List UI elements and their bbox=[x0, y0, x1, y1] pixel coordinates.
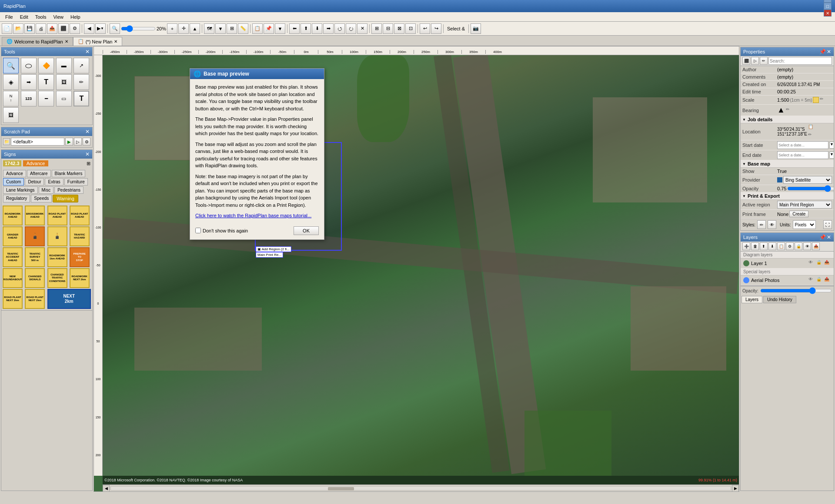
signs-tab-pedestrians[interactable]: Pedestrians bbox=[54, 186, 84, 194]
toolbar-up[interactable]: ▲ bbox=[190, 23, 200, 34]
toolbar-nav3[interactable]: ⬇ bbox=[312, 23, 322, 34]
tool-text[interactable]: T bbox=[38, 74, 54, 90]
layers-panel-close[interactable]: ✕ bbox=[827, 234, 831, 240]
layers-btn-show[interactable]: 👁 bbox=[803, 242, 811, 250]
aerial-lock-btn[interactable]: 🔒 bbox=[816, 277, 823, 284]
toolbar-stop[interactable]: ⬛ bbox=[58, 23, 69, 34]
tool-text2[interactable]: T bbox=[73, 91, 89, 106]
toolbar-toggle-map[interactable]: 🗺 bbox=[204, 23, 214, 34]
sign-roadwork-ahead-orange[interactable]: 🚶⬛ bbox=[25, 226, 45, 246]
layers-btn-up[interactable]: ⬆ bbox=[760, 242, 768, 250]
prop-opacity-slider[interactable] bbox=[787, 186, 834, 191]
dialog-checkbox[interactable] bbox=[195, 228, 201, 233]
styles-btn2[interactable]: 👁 bbox=[768, 220, 776, 229]
signs-tab-furniture[interactable]: Furniture bbox=[64, 178, 88, 186]
prop-provider-select[interactable]: Bing Satellite Google Maps bbox=[783, 176, 832, 184]
toolbar-fit4[interactable]: ⊠ bbox=[394, 23, 404, 34]
prop-enddate-btn[interactable]: ▼ bbox=[829, 152, 834, 159]
tool-ellipse[interactable]: ⬭ bbox=[21, 58, 37, 73]
layers-btn-delete[interactable]: 🗑 bbox=[751, 242, 759, 250]
scratch-add[interactable]: ▶ bbox=[65, 138, 73, 146]
prop-scale-edit-btn[interactable]: ✏ bbox=[820, 96, 827, 103]
layers-opacity-slider[interactable] bbox=[760, 287, 832, 294]
layers-btn-down[interactable]: ⬇ bbox=[768, 242, 776, 250]
dialog-ok-button[interactable]: OK bbox=[294, 226, 319, 235]
maximize-button[interactable]: □ bbox=[824, 3, 832, 10]
fullscreen-btn[interactable]: ⛶ bbox=[823, 220, 832, 229]
toolbar-nav1[interactable]: ⬅ bbox=[289, 23, 300, 34]
toolbar-nav5[interactable]: ⭯ bbox=[334, 23, 345, 34]
scratch-panel-close[interactable]: ✕ bbox=[85, 129, 90, 135]
prop-section-job[interactable]: Job details bbox=[741, 116, 834, 123]
toolbar-fit3[interactable]: ⊟ bbox=[383, 23, 393, 34]
toolbar-navigate-fwd[interactable]: ▶▼ bbox=[95, 23, 106, 34]
prop-startdate-btn[interactable]: ▼ bbox=[829, 142, 834, 149]
props-btn2[interactable]: ▷ bbox=[751, 57, 759, 65]
toolbar-save[interactable]: 💾 bbox=[24, 23, 35, 34]
aerial-export-btn[interactable]: 📤 bbox=[824, 277, 831, 284]
layers-btn-export[interactable]: 📤 bbox=[812, 242, 820, 250]
tab-newplan-close[interactable]: ✕ bbox=[114, 39, 117, 44]
tool-pointer[interactable]: ↗ bbox=[73, 58, 89, 73]
sign-road-plant-next-2km2[interactable]: ROAD PLANTNEXT 2km bbox=[25, 289, 45, 309]
toolbar-nav6[interactable]: ⭮ bbox=[346, 23, 356, 34]
menu-help[interactable]: Help bbox=[67, 13, 84, 20]
toolbar-nav2[interactable]: ⬆ bbox=[301, 23, 311, 34]
toolbar-down[interactable]: ▼ bbox=[215, 23, 226, 34]
prop-printframe-create-btn[interactable]: Create bbox=[789, 211, 808, 217]
sign-road-plant-ahead1[interactable]: ROAD PLANTAHEAD bbox=[47, 206, 67, 225]
toolbar-fit5[interactable]: ⊡ bbox=[405, 23, 416, 34]
sign-roadwork-ahead[interactable]: ROADWORKAHEAD bbox=[3, 206, 23, 225]
tool-rect[interactable]: ▭ bbox=[56, 91, 72, 106]
layers-panel-pin[interactable]: 📌 bbox=[819, 234, 826, 240]
sign-next-2km[interactable]: NEXT2km bbox=[47, 289, 91, 309]
dialog-link[interactable]: Click here to watch the RapidPlan base m… bbox=[195, 212, 319, 219]
tool-select[interactable]: 🔍 bbox=[3, 58, 19, 73]
scratch-nav[interactable]: ▷ bbox=[74, 138, 82, 146]
sign-roadwork-next-2km[interactable]: ROADWORKNEXT 2km bbox=[70, 268, 90, 288]
tool-measure[interactable]: 123 bbox=[21, 91, 37, 106]
props-panel-close[interactable]: ✕ bbox=[827, 49, 831, 55]
toolbar-fit2[interactable]: ⊞ bbox=[371, 23, 382, 34]
prop-section-print[interactable]: Print & Export bbox=[741, 192, 834, 200]
toolbar-open[interactable]: 📂 bbox=[13, 23, 23, 34]
toolbar-zoom-in[interactable]: + bbox=[167, 23, 177, 34]
sign-traffic-hazard[interactable]: TRAFFICHAZARD bbox=[70, 226, 90, 246]
menu-file[interactable]: File bbox=[2, 13, 17, 20]
props-btn1[interactable]: ⬛ bbox=[742, 57, 750, 65]
close-button[interactable]: ✕ bbox=[824, 10, 832, 17]
tool-image[interactable]: 🖼 bbox=[56, 74, 72, 90]
toolbar-nav7[interactable]: ✕ bbox=[357, 23, 367, 34]
tab-newplan[interactable]: 📋 (*) New Plan ✕ bbox=[73, 37, 123, 46]
prop-activeregion-select[interactable]: Main Print Region bbox=[777, 201, 832, 209]
signs-tab-aftercare[interactable]: Aftercare bbox=[27, 170, 51, 177]
menu-tools[interactable]: Tools bbox=[32, 13, 50, 20]
prop-section-basemap[interactable]: Base map bbox=[741, 160, 834, 168]
signs-panel-close[interactable]: ✕ bbox=[85, 151, 90, 157]
tab-welcome[interactable]: 🌐 Welcome to RapidPlan ✕ bbox=[2, 37, 73, 46]
advance-button[interactable]: Advance bbox=[23, 160, 49, 166]
props-search-field[interactable] bbox=[768, 57, 832, 65]
sign-road-plant-ahead2[interactable]: ROAD PLANTAHEAD bbox=[70, 206, 90, 225]
toolbar-grid[interactable]: ⊞ bbox=[227, 23, 237, 34]
sign-brosswork-ahead[interactable]: BROSSWORKAHEAD bbox=[25, 206, 45, 225]
layer1-visibility-btn[interactable]: 👁 bbox=[808, 260, 815, 267]
sign-roadwork-1km[interactable]: ROADWORK1km AHEAD bbox=[47, 247, 67, 267]
toolbar-redo[interactable]: ↪ bbox=[431, 23, 441, 34]
signs-tab-misc[interactable]: Misc bbox=[39, 186, 54, 194]
sign-new-roundabout[interactable]: NEWROUNDABOUT bbox=[3, 268, 23, 288]
sign-roadwork-ahead2[interactable]: 🚶⬛ bbox=[47, 226, 67, 246]
prop-startdate-field[interactable] bbox=[777, 141, 828, 149]
scratch-settings[interactable]: ⚙ bbox=[83, 138, 90, 146]
prop-bearing-edit-btn[interactable]: ✏ bbox=[786, 107, 793, 114]
layer1-lock-btn[interactable]: 🔒 bbox=[816, 260, 823, 267]
layer-layer1[interactable]: Layer 1 👁 🔒 📤 bbox=[741, 259, 834, 269]
tool-cone[interactable]: 🔶 bbox=[38, 58, 54, 73]
bottom-tab-undo[interactable]: Undo History bbox=[763, 296, 796, 303]
signs-tab-extras[interactable]: Extras bbox=[45, 178, 63, 186]
prop-location-edit-btn[interactable]: ✏ bbox=[808, 132, 815, 139]
prop-enddate-field[interactable] bbox=[777, 151, 828, 159]
sign-changed-traffic[interactable]: CHANGEDTRAFFICCONDITIONS bbox=[47, 268, 67, 288]
tool-pencil[interactable]: ✏ bbox=[73, 74, 89, 90]
tab-welcome-close[interactable]: ✕ bbox=[65, 39, 68, 44]
